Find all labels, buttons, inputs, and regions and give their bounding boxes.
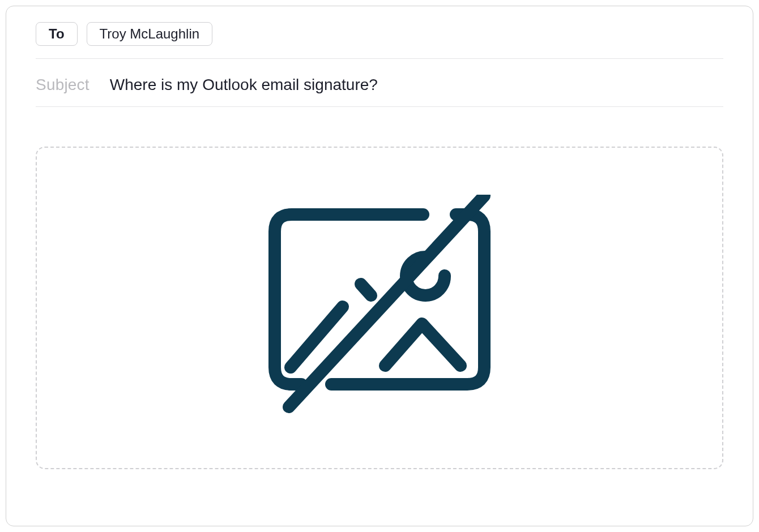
broken-image-icon <box>258 195 501 421</box>
subject-row: Subject <box>36 59 723 107</box>
to-row: To Troy McLaughlin <box>36 16 723 59</box>
subject-label: Subject <box>36 76 89 94</box>
subject-input[interactable] <box>110 76 723 94</box>
email-body-area[interactable] <box>36 147 723 469</box>
recipient-chip[interactable]: Troy McLaughlin <box>87 22 213 46</box>
svg-line-0 <box>289 196 484 407</box>
to-button[interactable]: To <box>36 22 78 46</box>
compose-window: To Troy McLaughlin Subject <box>6 6 753 526</box>
